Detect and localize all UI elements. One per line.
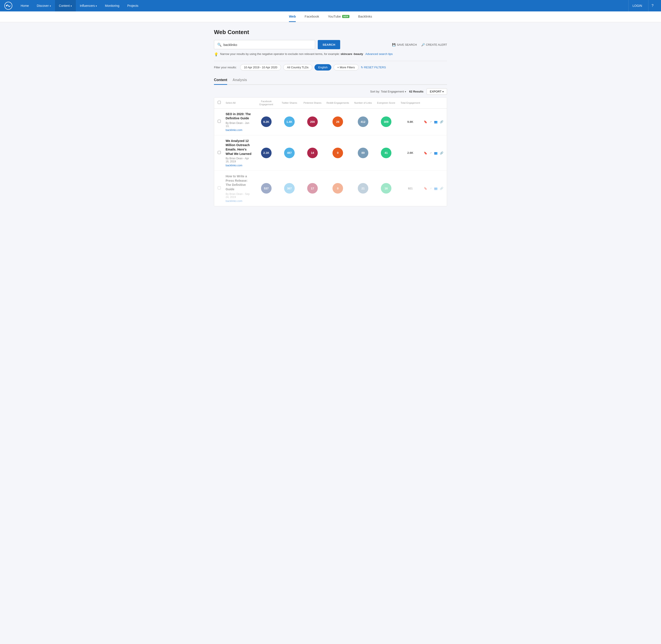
row2-links-circle: 89 — [358, 148, 368, 158]
tab-web[interactable]: Web — [289, 12, 296, 22]
row2-actions — [423, 151, 443, 155]
advanced-search-link[interactable]: Advanced search tips — [365, 52, 393, 55]
row3-pinterest: 17 — [300, 183, 325, 193]
logo[interactable] — [4, 2, 12, 10]
nav-monitoring[interactable]: Monitoring — [101, 0, 123, 12]
influencers-chevron-icon — [96, 4, 97, 7]
row1-reddit-circle: 26 — [332, 116, 343, 127]
row2-facebook-circle: 2.1K — [261, 148, 271, 158]
search-bar: 🔍 SEARCH 💾 SAVE SEARCH 🔎 CREATE ALERT — [214, 40, 447, 49]
content-chevron-icon — [71, 4, 72, 7]
row1-actions — [423, 120, 443, 123]
col-evergreen-score: Evergreen Score — [375, 101, 397, 105]
sort-label: Sort by: — [370, 90, 380, 93]
row3-bookmark-icon[interactable] — [424, 187, 427, 190]
create-alert-button[interactable]: 🔎 CREATE ALERT — [421, 43, 447, 46]
select-all-checkbox[interactable] — [218, 101, 221, 104]
table-row: We Analyzed 12 Million Outreach Emails. … — [214, 135, 447, 171]
language-filter[interactable]: English — [314, 64, 331, 71]
nav-projects[interactable]: Projects — [123, 0, 142, 12]
row3-title[interactable]: How to Write a Press Release: The Defini… — [226, 174, 252, 191]
row2-bookmark-icon[interactable] — [424, 151, 427, 155]
sort-by[interactable]: Sort by: Total Engagement — [370, 90, 406, 93]
search-input[interactable] — [223, 43, 312, 47]
table-header: Select All Facebook Engagement Twitter S… — [214, 97, 447, 109]
export-button[interactable]: EXPORT — [426, 88, 447, 95]
col-total-engagement: Total Engagement — [397, 101, 423, 105]
col-reddit-engagements: Reddit Engagements — [325, 101, 351, 105]
tab-analysis[interactable]: Analysis — [233, 76, 247, 85]
row2-twitter: 487 — [279, 148, 300, 158]
search-icon: 🔍 — [217, 43, 222, 47]
col-facebook-engagement: Facebook Engagement — [254, 100, 279, 106]
row3-people-icon[interactable] — [434, 187, 438, 190]
discover-chevron-icon — [50, 4, 51, 7]
row1-title[interactable]: SEO in 2020: The Definitive Guide — [226, 112, 252, 121]
row1-pinterest: 200 — [300, 116, 325, 127]
row1-url[interactable]: backlinko.com — [226, 129, 252, 132]
row2-share-icon[interactable] — [429, 151, 432, 155]
row2-people-icon[interactable] — [434, 151, 438, 155]
alert-icon: 🔎 — [421, 43, 425, 46]
row1-total: 9.8K — [397, 120, 423, 123]
row2-checkbox[interactable] — [218, 151, 221, 154]
row2-title[interactable]: We Analyzed 12 Million Outreach Emails. … — [226, 139, 252, 156]
nav-help[interactable]: ? — [648, 0, 657, 12]
row1-bookmark-icon[interactable] — [424, 120, 427, 123]
row2-twitter-circle: 487 — [284, 148, 295, 158]
search-hint: 💡 Narrow your results by using the negat… — [214, 52, 447, 56]
row1-evergreen-circle: 309 — [381, 116, 391, 127]
col-number-of-links: Number of Links — [351, 101, 375, 105]
row1-people-icon[interactable] — [434, 120, 438, 123]
row3-checkbox[interactable] — [218, 186, 221, 189]
nav-discover[interactable]: Discover — [33, 0, 55, 12]
row2-pinterest: 14 — [300, 148, 325, 158]
row1-share-icon[interactable] — [429, 120, 432, 123]
row3-twitter: 367 — [279, 183, 300, 193]
tab-content[interactable]: Content — [214, 76, 227, 85]
row1-checkbox[interactable] — [218, 120, 221, 123]
row1-twitter-circle: 1.4K — [284, 116, 295, 127]
nav-content[interactable]: Content — [55, 0, 76, 12]
row2-meta: By Brian Dean - Apr 16, 2019 — [226, 157, 252, 163]
row2-evergreen-circle: 41 — [381, 148, 391, 158]
export-chevron-icon — [442, 90, 444, 93]
date-range-filter[interactable]: 10 Apr 2019 - 10 Apr 2020 — [240, 64, 281, 71]
row2-url[interactable]: backlinko.com — [226, 164, 252, 167]
row1-meta: By Brian Dean - Jun 13, — [226, 121, 252, 128]
country-filter[interactable]: All Country TLDs — [283, 64, 312, 71]
row2-checkbox-wrap — [218, 151, 226, 155]
col-twitter-shares: Twitter Shares — [279, 101, 300, 105]
reset-filters-button[interactable]: ↻ RESET FILTERS — [361, 66, 386, 69]
row2-pinterest-circle: 14 — [307, 148, 318, 158]
row3-link-icon[interactable] — [440, 187, 443, 190]
row1-article-info: SEO in 2020: The Definitive Guide By Bri… — [226, 112, 254, 132]
tab-backlinks[interactable]: Backlinks — [358, 12, 372, 22]
tab-youtube[interactable]: YouTube NEW — [328, 12, 349, 22]
row1-evergreen: 309 — [375, 116, 397, 127]
row1-twitter: 1.4K — [279, 116, 300, 127]
row3-url[interactable]: backlinko.com — [226, 200, 252, 203]
main-content: Web Content 🔍 SEARCH 💾 SAVE SEARCH 🔎 CRE… — [210, 22, 451, 213]
row3-evergreen: 16 — [375, 183, 397, 193]
nav-login[interactable]: LOGIN — [629, 0, 646, 12]
more-filters-button[interactable]: + More Filters — [334, 64, 359, 71]
row1-link-icon[interactable] — [440, 120, 443, 123]
nav-home[interactable]: Home — [17, 0, 33, 12]
nav-right: LOGIN ? — [629, 0, 657, 12]
row2-link-icon[interactable] — [440, 151, 443, 155]
results-table: Select All Facebook Engagement Twitter S… — [214, 97, 447, 206]
hint-icon: 💡 — [214, 52, 218, 56]
sort-value: Total Engagement — [381, 90, 404, 93]
row3-article-info: How to Write a Press Release: The Defini… — [226, 174, 254, 202]
search-input-wrapper: 🔍 — [214, 40, 315, 49]
tab-facebook[interactable]: Facebook — [305, 12, 319, 22]
save-search-button[interactable]: 💾 SAVE SEARCH — [392, 43, 417, 46]
row1-facebook: 8.2K — [254, 116, 279, 127]
row1-facebook-circle: 8.2K — [261, 116, 271, 127]
nav-influencers[interactable]: Influencers — [76, 0, 101, 12]
search-button[interactable]: SEARCH — [318, 40, 340, 49]
select-all-label: Select All — [226, 101, 254, 105]
row3-share-icon[interactable] — [429, 187, 432, 190]
row1-reddit: 26 — [325, 116, 351, 127]
